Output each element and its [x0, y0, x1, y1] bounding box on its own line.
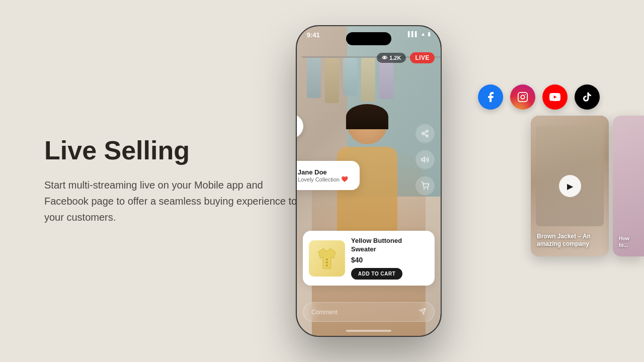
- svg-point-4: [426, 130, 428, 132]
- share-control[interactable]: [416, 124, 435, 143]
- wifi-icon: ▲: [421, 31, 426, 37]
- video-card-1[interactable]: ▶ Brown Jacket – An amazing company: [531, 116, 609, 256]
- user-info: Jane Doe Lovely Collection ❤️: [298, 168, 348, 183]
- subtitle: Start multi-streaming live on your Mobil…: [44, 177, 306, 226]
- dynamic-island: [346, 32, 391, 45]
- youtube-icon[interactable]: [542, 84, 568, 110]
- product-image: [309, 240, 345, 277]
- send-icon[interactable]: [419, 308, 426, 316]
- phone-body: 9:41 ▌▌▌ ▲ ▮ 👁 1.2K LIVE ❤️ 👍: [296, 25, 442, 337]
- svg-point-1: [521, 95, 524, 99]
- add-to-cart-button[interactable]: ADD TO CART: [351, 268, 403, 280]
- svg-point-13: [326, 261, 328, 263]
- user-name: Jane Doe: [298, 168, 348, 176]
- product-info: Yellow Buttoned Sweater $40 ADD TO CART: [351, 237, 429, 280]
- status-time: 9:41: [307, 31, 320, 39]
- status-icons: ▌▌▌ ▲ ▮: [408, 31, 431, 37]
- home-indicator: [346, 330, 391, 332]
- phone-screen: 9:41 ▌▌▌ ▲ ▮ 👁 1.2K LIVE ❤️ 👍: [297, 26, 441, 336]
- svg-point-12: [326, 258, 328, 260]
- instagram-icon[interactable]: [510, 84, 535, 110]
- user-comment-card: J Jane Doe Lovely Collection ❤️: [297, 161, 360, 190]
- svg-point-10: [424, 189, 424, 189]
- svg-marker-9: [422, 157, 425, 162]
- signal-icon: ▌▌▌: [408, 31, 419, 37]
- cart-control[interactable]: [416, 176, 435, 195]
- live-bar: 👁 1.2K LIVE: [377, 52, 435, 63]
- svg-point-11: [427, 189, 428, 189]
- hero-left: Live Selling Start multi-streaming live …: [44, 136, 306, 225]
- svg-line-7: [424, 134, 427, 135]
- svg-rect-0: [518, 93, 527, 102]
- video-play-button-1[interactable]: ▶: [559, 175, 581, 197]
- audio-control[interactable]: [416, 150, 435, 169]
- facebook-icon[interactable]: [478, 84, 503, 110]
- eye-icon: 👁: [382, 55, 387, 61]
- social-icons-row: [478, 84, 600, 110]
- video-cards-row: ▶ Brown Jacket – An amazing company How …: [531, 116, 644, 256]
- product-card: Yellow Buttoned Sweater $40 ADD TO CART: [303, 231, 435, 286]
- product-price: $40: [351, 256, 429, 264]
- headline: Live Selling: [44, 136, 306, 165]
- svg-point-14: [326, 264, 328, 266]
- battery-icon: ▮: [428, 31, 431, 37]
- comment-placeholder: Comment: [311, 309, 338, 316]
- product-name: Yellow Buttoned Sweater: [351, 237, 429, 254]
- video-card-label-2: How to...: [619, 235, 638, 248]
- svg-point-5: [422, 132, 424, 134]
- phone-mockup: 9:41 ▌▌▌ ▲ ▮ 👁 1.2K LIVE ❤️ 👍: [296, 25, 442, 337]
- view-count-number: 1.2K: [389, 55, 401, 61]
- phone-controls: [416, 124, 435, 195]
- user-description: Lovely Collection ❤️: [298, 176, 348, 183]
- video-card-2[interactable]: How to...: [613, 116, 644, 256]
- svg-line-8: [424, 132, 427, 133]
- svg-point-2: [525, 94, 526, 95]
- video-card-label-1: Brown Jacket – An amazing company: [537, 233, 603, 248]
- comment-bar[interactable]: Comment: [303, 302, 435, 322]
- svg-point-6: [426, 135, 428, 137]
- live-badge: LIVE: [410, 52, 435, 63]
- view-count: 👁 1.2K: [377, 53, 406, 63]
- tiktok-icon[interactable]: [575, 84, 600, 110]
